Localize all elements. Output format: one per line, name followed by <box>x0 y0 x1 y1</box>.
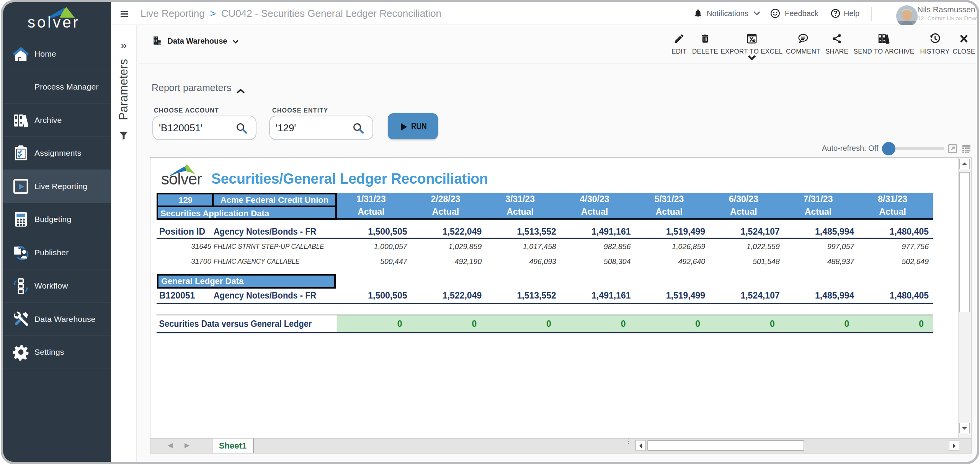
svg-text:solver: solver <box>161 170 202 188</box>
svg-text:2: 2 <box>753 39 755 42</box>
